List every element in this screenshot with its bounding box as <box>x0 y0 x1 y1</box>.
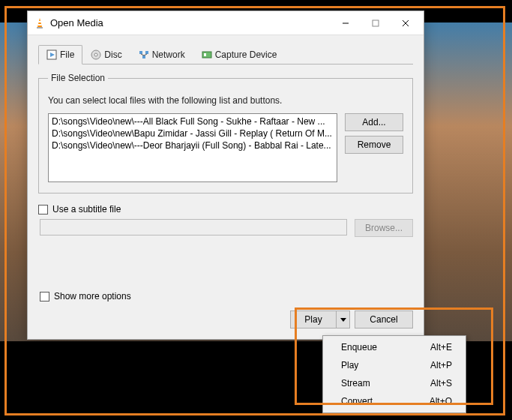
menu-enqueue[interactable]: Enqueue Alt+E <box>323 338 466 356</box>
menu-item-label: Enqueue <box>341 342 377 352</box>
capture-icon <box>202 50 212 60</box>
close-button[interactable] <box>391 13 421 34</box>
tab-capture-label: Capture Device <box>215 50 277 60</box>
show-more-label: Show more options <box>54 291 131 302</box>
file-selection-help: You can select local files with the foll… <box>48 95 403 106</box>
menu-item-shortcut: Alt+E <box>430 342 452 352</box>
menu-item-label: Stream <box>341 378 370 388</box>
add-button[interactable]: Add... <box>345 113 403 131</box>
menu-play[interactable]: Play Alt+P <box>323 356 466 374</box>
subtitle-label: Use a subtitle file <box>52 204 121 214</box>
menu-item-shortcut: Alt+S <box>430 378 452 388</box>
maximize-button[interactable] <box>361 13 391 34</box>
file-list[interactable]: D:\songs\Video\new\---All Black Full Son… <box>48 113 337 182</box>
menu-item-shortcut: Alt+O <box>430 396 452 406</box>
svg-rect-2 <box>38 24 42 26</box>
browse-button: Browse... <box>355 219 413 237</box>
svg-rect-0 <box>37 27 43 28</box>
play-button[interactable]: Play <box>290 310 337 328</box>
file-icon <box>46 50 57 60</box>
menu-item-label: Convert <box>341 396 373 406</box>
list-item[interactable]: D:\songs\Video\new\---Deor Bharjayii (Fu… <box>52 140 334 152</box>
chevron-down-icon <box>340 318 346 322</box>
svg-rect-13 <box>142 56 145 58</box>
tab-file-label: File <box>60 50 74 60</box>
menu-item-shortcut: Alt+P <box>430 360 452 370</box>
tab-network-label: Network <box>152 50 185 60</box>
svg-rect-12 <box>145 51 148 54</box>
svg-point-10 <box>94 53 97 56</box>
play-dropdown-toggle[interactable] <box>337 310 350 328</box>
svg-rect-4 <box>373 20 379 26</box>
tab-network[interactable]: Network <box>130 45 193 64</box>
play-split-button[interactable]: Play <box>290 310 350 328</box>
svg-line-15 <box>144 54 147 56</box>
svg-line-14 <box>141 54 144 56</box>
remove-button[interactable]: Remove <box>345 136 403 154</box>
titlebar: Open Media <box>28 11 424 35</box>
open-media-dialog: Open Media File Disc Network Capture Dev <box>27 10 424 340</box>
show-more-checkbox[interactable] <box>40 292 49 302</box>
minimize-button[interactable] <box>331 13 361 34</box>
tab-disc-label: Disc <box>104 50 121 60</box>
play-dropdown-menu: Enqueue Alt+E Play Alt+P Stream Alt+S Co… <box>322 335 466 413</box>
network-icon <box>139 50 149 60</box>
menu-stream[interactable]: Stream Alt+S <box>323 374 466 392</box>
tab-capture[interactable]: Capture Device <box>193 45 286 64</box>
svg-rect-17 <box>204 53 206 56</box>
file-selection-legend: File Selection <box>48 73 108 83</box>
svg-rect-11 <box>139 51 142 54</box>
cancel-button[interactable]: Cancel <box>355 310 413 328</box>
list-item[interactable]: D:\songs\Video\new\Bapu Zimidar - Jassi … <box>52 128 334 140</box>
vlc-icon <box>34 17 46 29</box>
menu-item-label: Play <box>341 360 358 370</box>
tab-disc[interactable]: Disc <box>82 45 130 64</box>
list-item[interactable]: D:\songs\Video\new\---All Black Full Son… <box>52 116 334 128</box>
file-selection-group: File Selection You can select local file… <box>38 73 413 194</box>
dialog-title: Open Media <box>50 17 331 28</box>
tab-file[interactable]: File <box>38 45 82 64</box>
tabs: File Disc Network Capture Device <box>38 45 413 64</box>
svg-rect-1 <box>38 21 41 22</box>
subtitle-checkbox[interactable] <box>38 205 48 214</box>
svg-rect-16 <box>202 52 211 58</box>
menu-convert[interactable]: Convert Alt+O <box>323 392 466 410</box>
disc-icon <box>91 50 101 60</box>
subtitle-path-input <box>40 219 347 236</box>
